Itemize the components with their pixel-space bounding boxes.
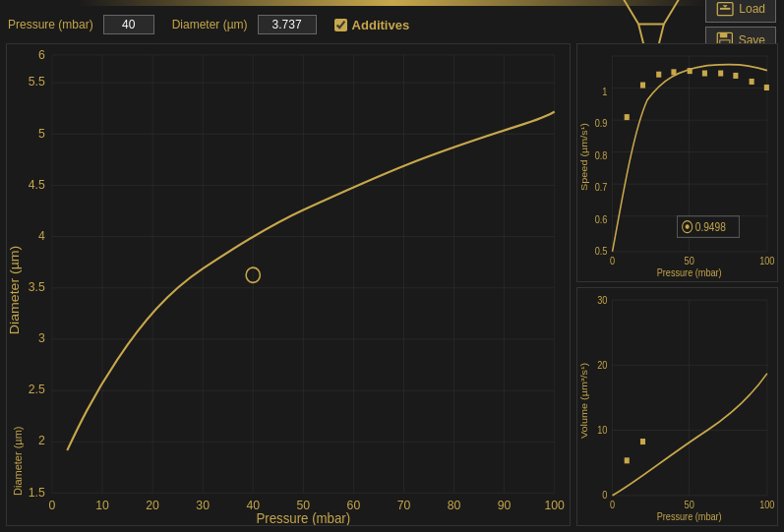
svg-rect-78 — [640, 83, 645, 89]
svg-rect-85 — [750, 79, 754, 85]
right-charts: 0.5 0.6 0.7 0.8 0.9 1 0 50 100 Speed (µm… — [576, 43, 778, 526]
svg-text:30: 30 — [196, 498, 210, 511]
svg-text:0.9: 0.9 — [595, 118, 608, 130]
svg-rect-108 — [640, 439, 645, 444]
svg-marker-0 — [620, 0, 683, 25]
svg-text:20: 20 — [597, 359, 608, 371]
svg-text:Pressure (mbar): Pressure (mbar) — [657, 266, 722, 278]
svg-text:2.5: 2.5 — [29, 383, 45, 396]
svg-text:0: 0 — [610, 499, 615, 510]
svg-text:90: 90 — [498, 498, 512, 511]
svg-text:1: 1 — [602, 86, 607, 97]
svg-text:20: 20 — [146, 498, 159, 511]
svg-text:6: 6 — [38, 48, 45, 62]
load-button[interactable]: Load — [705, 0, 776, 23]
pressure-input[interactable] — [103, 15, 154, 34]
svg-rect-84 — [733, 73, 738, 79]
svg-text:2: 2 — [38, 434, 45, 447]
pressure-label: Pressure (mbar) — [8, 18, 93, 31]
svg-text:100: 100 — [759, 499, 775, 510]
svg-text:0: 0 — [602, 490, 607, 502]
header: Pressure (mbar) Diameter (µm) Additives — [0, 6, 784, 43]
svg-text:0.5: 0.5 — [595, 246, 608, 258]
additives-label: Additives — [352, 18, 410, 32]
svg-text:3: 3 — [38, 331, 45, 345]
svg-text:5: 5 — [38, 126, 45, 140]
svg-rect-81 — [688, 68, 693, 74]
svg-text:5.5: 5.5 — [29, 75, 45, 89]
svg-text:0.6: 0.6 — [595, 213, 608, 225]
svg-text:50: 50 — [685, 255, 695, 266]
svg-text:4: 4 — [38, 229, 45, 243]
svg-text:Pressure (mbar): Pressure (mbar) — [256, 510, 350, 525]
svg-text:30: 30 — [597, 294, 608, 306]
additives-checkbox[interactable] — [334, 19, 347, 31]
additives-checkbox-container[interactable]: Additives — [334, 18, 410, 32]
main-content: Diameter (µm) — [0, 43, 784, 532]
svg-text:100: 100 — [759, 255, 775, 266]
svg-rect-9 — [720, 33, 728, 38]
svg-text:0: 0 — [610, 255, 615, 266]
diameter-input[interactable] — [258, 15, 317, 34]
svg-text:Pressure (mbar): Pressure (mbar) — [657, 510, 722, 522]
svg-rect-80 — [671, 69, 676, 75]
svg-text:4.5: 4.5 — [29, 177, 45, 191]
svg-text:Speed (µm/s¹): Speed (µm/s¹) — [579, 123, 589, 191]
svg-text:0.9498: 0.9498 — [695, 221, 726, 234]
svg-text:Diameter (µm): Diameter (µm) — [8, 246, 23, 334]
speed-chart: 0.5 0.6 0.7 0.8 0.9 1 0 50 100 Speed (µm… — [576, 43, 778, 282]
svg-marker-7 — [723, 5, 728, 8]
header-left: Pressure (mbar) Diameter (µm) Additives — [8, 15, 597, 34]
svg-text:10: 10 — [95, 498, 109, 511]
volume-chart: 0 10 20 30 0 50 100 Volume (µm³/s¹) Pres… — [576, 287, 778, 526]
svg-rect-79 — [656, 72, 661, 78]
svg-text:Volume (µm³/s¹): Volume (µm³/s¹) — [579, 363, 589, 439]
svg-point-89 — [686, 224, 690, 229]
svg-rect-6 — [720, 8, 730, 10]
svg-text:10: 10 — [597, 424, 608, 436]
diameter-label: Diameter (µm) — [172, 18, 248, 31]
load-label: Load — [739, 2, 765, 16]
svg-text:50: 50 — [685, 499, 695, 510]
svg-text:0: 0 — [49, 498, 56, 511]
svg-text:100: 100 — [544, 498, 564, 511]
svg-text:80: 80 — [448, 498, 461, 511]
svg-text:3.5: 3.5 — [29, 280, 45, 294]
svg-rect-77 — [625, 114, 630, 120]
svg-text:0.8: 0.8 — [595, 149, 608, 161]
load-icon — [716, 0, 734, 18]
svg-rect-82 — [702, 71, 707, 77]
main-chart: Diameter (µm) — [6, 43, 571, 526]
svg-rect-86 — [764, 85, 769, 90]
svg-rect-107 — [625, 457, 630, 463]
svg-text:1.5: 1.5 — [29, 485, 45, 499]
svg-text:0.7: 0.7 — [595, 182, 608, 194]
svg-text:70: 70 — [397, 498, 411, 511]
svg-rect-83 — [718, 71, 723, 77]
